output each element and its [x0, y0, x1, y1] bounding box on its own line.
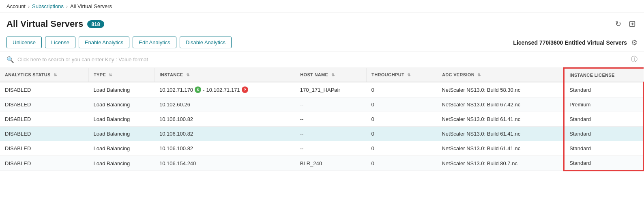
cell-instance: 10.106.100.82 [155, 112, 295, 127]
table-container: ANALYTICS STATUS ⇅ TYPE ⇅ INSTANCE ⇅ HOS… [0, 67, 644, 171]
cell-type: Load Balancing [89, 156, 155, 171]
enable-analytics-button[interactable]: Enable Analytics [79, 37, 129, 48]
cell-instance: 10.106.154.240 [155, 156, 295, 171]
cell-adc-version: NetScaler NS13.0: Build 61.41.nc [437, 127, 564, 141]
cell-instance: 10.106.100.82 [155, 127, 295, 141]
toolbar-left: Unlicense License Enable Analytics Edit … [6, 37, 232, 48]
table-row[interactable]: DISABLEDLoad Balancing10.106.100.82--0Ne… [0, 141, 644, 156]
breadcrumb-account[interactable]: Account [6, 3, 26, 9]
col-type[interactable]: TYPE ⇅ [89, 68, 155, 82]
col-host-name[interactable]: HOST NAME ⇅ [295, 68, 367, 82]
col-instance-license[interactable]: INSTANCE LICENSE [564, 68, 644, 82]
table-row[interactable]: DISABLEDLoad Balancing10.106.100.82--0Ne… [0, 112, 644, 127]
sort-icon-analytics: ⇅ [54, 73, 57, 77]
cell-throughput: 0 [367, 156, 437, 171]
header-actions: ↻ [614, 18, 638, 30]
cell-instance: 10.102.60.26 [155, 97, 295, 112]
cell-analytics-status: DISABLED [0, 127, 89, 141]
unlicense-button[interactable]: Unlicense [6, 37, 42, 48]
export-button[interactable] [627, 19, 638, 29]
col-adc-version[interactable]: ADC VERSION ⇅ [437, 68, 564, 82]
search-placeholder: Click here to search or you can enter Ke… [17, 56, 628, 63]
cell-analytics-status: DISABLED [0, 156, 89, 171]
search-icon: 🔍 [6, 56, 14, 63]
table-row[interactable]: DISABLEDLoad Balancing10.106.154.240BLR_… [0, 156, 644, 171]
sort-icon-type: ⇅ [109, 73, 112, 77]
breadcrumb-subscriptions[interactable]: Subscriptions [32, 3, 64, 9]
license-info: Licensed 770/3600 Entitled Virtual Serve… [513, 39, 627, 46]
cell-adc-version: NetScaler NS13.0: Build 80.7.nc [437, 156, 564, 171]
badge-p-icon: P [242, 86, 248, 93]
toolbar: Unlicense License Enable Analytics Edit … [0, 33, 644, 52]
cell-analytics-status: DISABLED [0, 141, 89, 156]
breadcrumb-sep-2: › [66, 4, 68, 9]
edit-analytics-button[interactable]: Edit Analytics [133, 37, 176, 48]
cell-host-name: -- [295, 97, 367, 112]
cell-instance-license: Standard [564, 82, 644, 97]
page-title: All Virtual Servers [6, 19, 83, 29]
cell-type: Load Balancing [89, 82, 155, 97]
cell-host-name: 170_171_HAPair [295, 82, 367, 97]
cell-host-name: -- [295, 141, 367, 156]
sort-icon-hostname: ⇅ [331, 73, 335, 77]
disable-analytics-button[interactable]: Disable Analytics [180, 37, 232, 48]
search-bar[interactable]: 🔍 Click here to search or you can enter … [0, 52, 644, 67]
count-badge: 818 [87, 20, 104, 28]
cell-throughput: 0 [367, 127, 437, 141]
table-header-row: ANALYTICS STATUS ⇅ TYPE ⇅ INSTANCE ⇅ HOS… [0, 68, 644, 82]
info-icon[interactable]: ⓘ [631, 55, 638, 64]
top-bar: Account › Subscriptions › All Virtual Se… [0, 0, 644, 13]
col-instance[interactable]: INSTANCE ⇅ [155, 68, 295, 82]
cell-throughput: 0 [367, 82, 437, 97]
page-header: All Virtual Servers 818 ↻ [0, 13, 644, 33]
cell-throughput: 0 [367, 141, 437, 156]
table-row[interactable]: DISABLEDLoad Balancing10.102.60.26--0Net… [0, 97, 644, 112]
breadcrumb-sep-1: › [28, 4, 30, 9]
cell-throughput: 0 [367, 112, 437, 127]
cell-type: Load Balancing [89, 141, 155, 156]
cell-host-name: BLR_240 [295, 156, 367, 171]
badge-s-icon: S [195, 86, 201, 93]
cell-instance: 10.102.71.170S-10.102.71.171P [155, 82, 295, 97]
cell-adc-version: NetScaler NS13.0: Build 58.30.nc [437, 82, 564, 97]
toolbar-right: Licensed 770/3600 Entitled Virtual Serve… [513, 38, 638, 47]
cell-analytics-status: DISABLED [0, 112, 89, 127]
table-row[interactable]: DISABLEDLoad Balancing10.102.71.170S-10.… [0, 82, 644, 97]
cell-analytics-status: DISABLED [0, 82, 89, 97]
cell-adc-version: NetScaler NS13.0: Build 61.41.nc [437, 112, 564, 127]
cell-instance-license: Standard [564, 127, 644, 141]
cell-instance-license: Standard [564, 156, 644, 171]
cell-instance-license: Premium [564, 97, 644, 112]
refresh-button[interactable]: ↻ [614, 18, 623, 30]
cell-type: Load Balancing [89, 97, 155, 112]
gear-icon[interactable]: ⚙ [631, 38, 638, 47]
cell-instance-license: Standard [564, 112, 644, 127]
cell-adc-version: NetScaler NS13.0: Build 61.41.nc [437, 141, 564, 156]
cell-host-name: -- [295, 127, 367, 141]
cell-type: Load Balancing [89, 112, 155, 127]
page-title-row: All Virtual Servers 818 [6, 19, 104, 29]
sort-icon-adc: ⇅ [477, 73, 481, 77]
virtual-servers-table: ANALYTICS STATUS ⇅ TYPE ⇅ INSTANCE ⇅ HOS… [0, 67, 644, 171]
cell-instance: 10.106.100.82 [155, 141, 295, 156]
col-analytics-status[interactable]: ANALYTICS STATUS ⇅ [0, 68, 89, 82]
license-button[interactable]: License [45, 37, 75, 48]
cell-instance-license: Standard [564, 141, 644, 156]
sort-icon-instance: ⇅ [186, 73, 189, 77]
breadcrumb: Account › Subscriptions › All Virtual Se… [6, 3, 112, 9]
table-row[interactable]: DISABLEDLoad Balancing10.106.100.82--0Ne… [0, 127, 644, 141]
cell-host-name: -- [295, 112, 367, 127]
breadcrumb-all-virtual-servers: All Virtual Servers [70, 3, 112, 9]
cell-type: Load Balancing [89, 127, 155, 141]
cell-adc-version: NetScaler NS13.0: Build 67.42.nc [437, 97, 564, 112]
col-throughput[interactable]: THROUGHPUT ⇅ [367, 68, 437, 82]
cell-analytics-status: DISABLED [0, 97, 89, 112]
sort-icon-throughput: ⇅ [407, 73, 410, 77]
cell-throughput: 0 [367, 97, 437, 112]
